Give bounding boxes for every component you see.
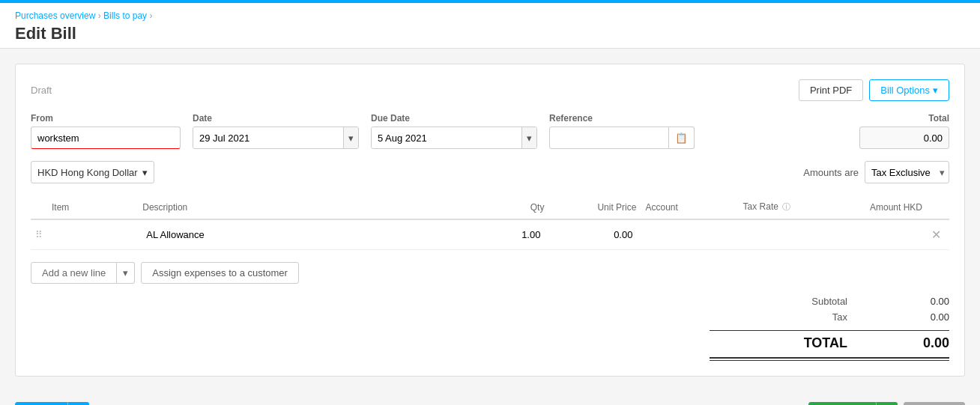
save-group: Save ▾ — [15, 402, 89, 405]
line-items-table: Item Description Qty Unit Price Account … — [31, 195, 949, 250]
tax-label: Tax — [710, 311, 859, 323]
tax-rate-input[interactable] — [743, 226, 826, 243]
col-description: Description — [138, 195, 459, 219]
breadcrumb: Purchases overview › Bills to pay › — [15, 10, 965, 21]
due-date-wrapper: ▾ — [371, 127, 537, 149]
add-line-group: Add a new line ▾ — [31, 262, 135, 284]
col-account: Account — [641, 195, 738, 219]
amounts-are-field: Amounts are Tax Exclusive Tax Inclusive … — [803, 161, 949, 183]
subtotal-label: Subtotal — [710, 296, 859, 307]
tax-rate-info-icon[interactable]: ⓘ — [782, 202, 790, 211]
totals-section: Subtotal 0.00 Tax 0.00 TOTAL 0.00 — [31, 296, 949, 361]
add-line-dropdown-button[interactable]: ▾ — [117, 262, 135, 284]
currency-row: HKD Hong Kong Dollar ▾ Amounts are Tax E… — [31, 161, 949, 183]
currency-caret-icon: ▾ — [142, 167, 148, 178]
account-cell — [641, 219, 738, 250]
date-caret[interactable]: ▾ — [343, 127, 358, 148]
unit-price-cell — [548, 219, 641, 250]
approve-dropdown-button[interactable]: ▾ — [876, 402, 898, 405]
subtotal-row: Subtotal 0.00 — [665, 296, 949, 307]
amounts-are-label: Amounts are — [803, 167, 859, 178]
qty-input[interactable] — [464, 226, 544, 243]
assign-expenses-button[interactable]: Assign expenses to a customer — [141, 262, 299, 284]
main-content: Draft Print PDF Bill Options ▾ From Date… — [0, 49, 980, 392]
delete-line-button[interactable]: ✕ — [931, 228, 941, 242]
col-qty: Qty — [459, 195, 548, 219]
total-big-value: 0.00 — [859, 335, 949, 351]
chevron-down-icon: ▾ — [933, 85, 938, 96]
add-line-button[interactable]: Add a new line — [31, 262, 117, 284]
col-unit-price: Unit Price — [548, 195, 641, 219]
from-label: From — [31, 113, 181, 124]
breadcrumb-bills[interactable]: Bills to pay — [103, 10, 147, 21]
tax-row: Tax 0.00 — [665, 311, 949, 323]
delete-cell: ✕ — [927, 219, 949, 250]
col-tax-rate: Tax Rate ⓘ — [739, 195, 830, 219]
header-buttons: Print PDF Bill Options ▾ — [799, 79, 949, 101]
description-input[interactable] — [142, 226, 455, 243]
date-wrapper: ▾ — [193, 127, 359, 149]
print-pdf-button[interactable]: Print PDF — [799, 79, 863, 101]
date-label: Date — [193, 113, 359, 124]
drag-handle[interactable]: ⠿ — [31, 219, 47, 250]
reference-copy-button[interactable]: 📋 — [669, 127, 695, 149]
due-date-caret[interactable]: ▾ — [521, 127, 536, 148]
footer-right: Approve ▾ Cancel — [808, 402, 965, 405]
total-row: TOTAL 0.00 — [665, 335, 949, 351]
total-field: Total — [859, 113, 949, 149]
due-date-field: Due Date ▾ — [371, 113, 537, 149]
reference-label: Reference — [549, 113, 695, 124]
from-input[interactable] — [31, 127, 181, 149]
from-field: From — [31, 113, 181, 149]
item-cell — [47, 219, 138, 250]
item-input[interactable] — [52, 226, 133, 243]
total-divider-top — [710, 330, 949, 331]
currency-value: HKD Hong Kong Dollar — [37, 167, 138, 178]
total-label: Total — [859, 113, 949, 124]
reference-field: Reference 📋 — [549, 113, 695, 149]
card-header: Draft Print PDF Bill Options ▾ — [31, 79, 949, 101]
line-items-table-container: Item Description Qty Unit Price Account … — [31, 195, 949, 250]
total-big-label: TOTAL — [710, 335, 859, 351]
account-input[interactable] — [645, 226, 734, 243]
draft-status: Draft — [31, 85, 52, 96]
tax-mode-select[interactable]: Tax Exclusive Tax Inclusive — [865, 161, 949, 183]
col-delete — [927, 195, 949, 219]
form-row-1: From Date ▾ Due Date ▾ Reference — [31, 113, 949, 149]
col-item: Item — [47, 195, 138, 219]
actions-row: Add a new line ▾ Assign expenses to a cu… — [31, 262, 949, 284]
amount-cell — [830, 219, 927, 250]
due-date-label: Due Date — [371, 113, 537, 124]
footer-bar: Save ▾ Approve ▾ Cancel — [0, 392, 980, 405]
bill-options-button[interactable]: Bill Options ▾ — [869, 79, 949, 101]
description-cell — [138, 219, 459, 250]
tax-rate-cell — [739, 219, 830, 250]
col-drag — [31, 195, 47, 219]
unit-price-input[interactable] — [553, 226, 636, 243]
total-input[interactable] — [859, 127, 949, 149]
date-input[interactable] — [193, 127, 343, 149]
currency-select[interactable]: HKD Hong Kong Dollar ▾ — [31, 161, 154, 183]
amount-input[interactable] — [835, 226, 922, 243]
approve-group: Approve ▾ — [808, 402, 898, 405]
footer-left: Save ▾ — [15, 402, 89, 405]
table-row: ⠿ — [31, 219, 949, 250]
breadcrumb-purchases[interactable]: Purchases overview — [15, 10, 95, 21]
page-title: Edit Bill — [15, 24, 965, 43]
approve-button[interactable]: Approve — [808, 402, 876, 405]
breadcrumb-area: Purchases overview › Bills to pay › Edit… — [0, 3, 980, 49]
col-amount-hkd: Amount HKD — [830, 195, 927, 219]
reference-input[interactable] — [549, 127, 669, 149]
save-button[interactable]: Save — [15, 402, 67, 405]
subtotal-value: 0.00 — [859, 296, 949, 307]
date-field: Date ▾ — [193, 113, 359, 149]
due-date-input[interactable] — [372, 127, 521, 149]
qty-cell — [459, 219, 548, 250]
cancel-button[interactable]: Cancel — [904, 402, 965, 405]
tax-value: 0.00 — [859, 311, 949, 323]
save-dropdown-button[interactable]: ▾ — [67, 402, 89, 405]
total-divider-bottom — [710, 357, 949, 361]
edit-bill-card: Draft Print PDF Bill Options ▾ From Date… — [15, 64, 965, 377]
reference-input-wrapper: 📋 — [549, 127, 695, 149]
